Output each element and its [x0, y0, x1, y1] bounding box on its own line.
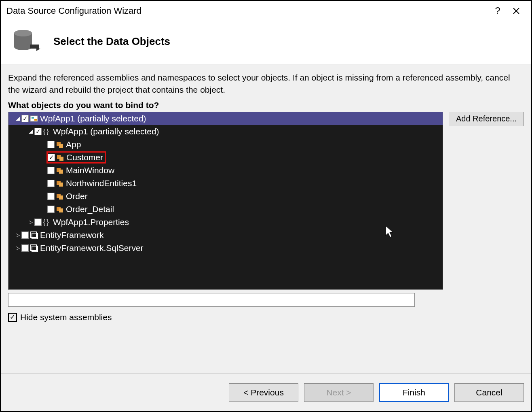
assembly-icon [30, 231, 38, 240]
tree-checkbox[interactable] [47, 193, 55, 200]
tree-node-label: Order_Detail [66, 204, 114, 214]
tree-checkbox[interactable]: ✓ [48, 154, 55, 161]
tree-node-label: WpfApp1.Properties [53, 217, 129, 227]
class-icon [55, 205, 64, 214]
close-button[interactable] [507, 2, 526, 20]
add-reference-button[interactable]: Add Reference... [449, 112, 524, 126]
svg-rect-15 [59, 183, 63, 187]
namespace-icon: {} [42, 218, 51, 227]
tree-node-label: EntityFramework [40, 230, 104, 240]
cancel-button[interactable]: Cancel [454, 383, 524, 402]
tree-node-label: EntityFramework.SqlServer [40, 243, 144, 253]
tree-node-label: WpfApp1 (partially selected) [53, 127, 159, 136]
wizard-footer: < Previous Next > Finish Cancel [1, 373, 531, 411]
expand-icon[interactable]: ▷ [27, 219, 34, 225]
hide-assemblies-label: Hide system assemblies [20, 312, 112, 322]
expand-icon[interactable]: ▷ [14, 232, 21, 238]
class-icon [55, 140, 64, 149]
tree-node-label: WpfApp1 (partially selected) [40, 114, 146, 123]
tree-node[interactable]: ▷{}WpfApp1.Properties [8, 216, 443, 229]
tree-node[interactable]: ✓Customer [8, 151, 443, 164]
tree-node[interactable]: App [8, 138, 443, 151]
help-button[interactable]: ? [488, 2, 507, 20]
tree-node-label: Order [66, 191, 88, 201]
class-icon [56, 153, 65, 162]
titlebar: Data Source Configuration Wizard ? [1, 1, 531, 21]
wizard-content: Expand the referenced assemblies and nam… [1, 64, 531, 373]
svg-rect-19 [59, 208, 63, 212]
svg-rect-9 [59, 144, 63, 148]
hide-assemblies-checkbox[interactable]: ✓ [8, 313, 17, 322]
tree-checkbox[interactable] [47, 167, 55, 174]
tree-node[interactable]: Order_Detail [8, 203, 443, 216]
class-icon [55, 166, 64, 175]
collapse-icon[interactable]: ◢ [14, 115, 21, 121]
svg-text:{}: {} [42, 218, 49, 226]
tree-checkbox[interactable] [47, 180, 55, 187]
tree-node-label: App [66, 140, 81, 149]
tree-node[interactable]: ▷EntityFramework [8, 229, 443, 242]
tree-checkbox[interactable] [34, 219, 42, 226]
tree-node[interactable]: ◢✓WpfApp1 (partially selected) [8, 112, 443, 125]
class-icon [55, 179, 64, 188]
previous-button[interactable]: < Previous [229, 383, 298, 402]
svg-rect-13 [59, 170, 63, 174]
svg-rect-17 [59, 195, 63, 200]
svg-point-2 [14, 44, 32, 50]
object-tree[interactable]: ◢✓WpfApp1 (partially selected)◢✓{}WpfApp… [8, 112, 443, 290]
svg-rect-11 [59, 157, 63, 161]
tree-node[interactable]: ◢✓{}WpfApp1 (partially selected) [8, 125, 443, 138]
assembly-icon [30, 244, 38, 253]
window-title: Data Source Configuration Wizard [6, 6, 488, 16]
svg-rect-6 [34, 119, 37, 121]
tree-node[interactable]: Order [8, 190, 443, 203]
next-button: Next > [304, 383, 374, 402]
namespace-icon: {} [42, 127, 51, 136]
finish-button[interactable]: Finish [379, 383, 449, 402]
tree-checkbox[interactable] [47, 206, 55, 213]
tree-node[interactable]: ▷EntityFramework.SqlServer [8, 242, 443, 255]
collapse-icon[interactable]: ◢ [27, 128, 34, 134]
page-title: Select the Data Objects [53, 35, 170, 48]
tree-checkbox[interactable] [47, 141, 55, 148]
project-icon [30, 114, 38, 123]
tree-node[interactable]: NorthwindEntities1 [8, 177, 443, 190]
tree-checkbox[interactable]: ✓ [34, 128, 42, 135]
selected-object-display [8, 293, 415, 307]
data-source-icon [12, 28, 42, 54]
svg-rect-5 [32, 117, 34, 119]
instructions-text: Expand the referenced assemblies and nam… [8, 72, 524, 96]
question-label: What objects do you want to bind to? [8, 100, 524, 110]
class-icon [55, 192, 64, 201]
tree-node[interactable]: MainWindow [8, 164, 443, 177]
wizard-window: Data Source Configuration Wizard ? Selec… [0, 0, 532, 412]
close-icon [513, 7, 520, 15]
tree-node-label: Customer [66, 153, 103, 162]
tree-row-container: ◢✓WpfApp1 (partially selected)◢✓{}WpfApp… [8, 112, 524, 290]
tree-node-label: MainWindow [66, 166, 114, 175]
svg-point-3 [14, 30, 32, 36]
tree-checkbox[interactable]: ✓ [21, 115, 29, 122]
svg-text:{}: {} [42, 127, 49, 136]
hide-assemblies-row: ✓ Hide system assemblies [8, 312, 524, 322]
tree-checkbox[interactable] [21, 244, 29, 252]
tree-node-label: NorthwindEntities1 [66, 178, 137, 188]
expand-icon[interactable]: ▷ [14, 245, 21, 251]
wizard-header: Select the Data Objects [1, 21, 531, 64]
tree-checkbox[interactable] [21, 231, 29, 239]
